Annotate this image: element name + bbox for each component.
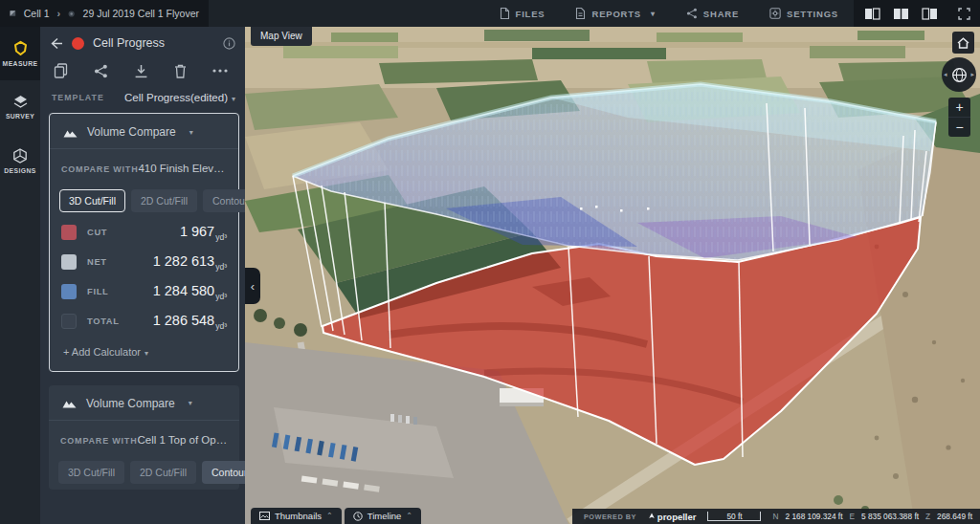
info-icon[interactable] [223, 37, 235, 50]
compare-with-select[interactable]: 410 Finish Elevation▾ [138, 163, 227, 174]
net-swatch [61, 254, 77, 270]
sites-icon[interactable] [10, 8, 16, 19]
layout-single-right-button[interactable] [915, 0, 944, 27]
chevron-right-icon: › [57, 8, 61, 19]
home-icon [957, 37, 969, 49]
reports-button[interactable]: REPORTS ▾ [560, 0, 670, 27]
template-value: Cell Progress(edited) [124, 92, 228, 103]
propeller-mark-icon [648, 513, 656, 520]
zoom-in-button[interactable]: + [948, 98, 970, 117]
compass-control[interactable]: ◂ ▸ [942, 57, 976, 92]
thumbnails-icon [259, 512, 270, 520]
template-select[interactable]: Cell Progress(edited)▾ [124, 92, 235, 103]
coord-e-label: E [849, 512, 855, 521]
tab-3d-cutfill[interactable]: 3D Cut/Fill [58, 461, 124, 484]
coord-n-value: 2 168 109.324 ft [785, 512, 842, 521]
compare-with-select[interactable]: Cell 1 Top of Operati...▾ [137, 434, 228, 446]
survey-dataset-icon [68, 8, 75, 20]
tab-contours[interactable]: Contours [202, 461, 245, 484]
coord-e-value: 5 835 063.388 ft [861, 512, 919, 521]
breadcrumb-dataset[interactable]: 29 Jul 2019 Cell 1 Flyover [83, 8, 199, 19]
back-arrow-icon[interactable] [50, 37, 63, 50]
chevron-down-icon: ▾ [651, 10, 656, 18]
compare-with-value: Cell 1 Top of Operati... [137, 434, 228, 446]
fill-swatch [61, 284, 77, 299]
volume-icon [63, 127, 78, 138]
powered-by-label: POWERED BY [584, 513, 636, 521]
chevron-down-icon: ▾ [189, 399, 192, 407]
net-value: 1 282 613yd³ [153, 253, 227, 272]
rail-item-measure[interactable]: MEASURE [0, 27, 40, 80]
card2-compare-row: COMPARE WITH Cell 1 Top of Operati...▾ [49, 421, 239, 449]
rail-item-designs[interactable]: DESIGNS [0, 134, 40, 187]
tab-3d-cutfill[interactable]: 3D Cut/Fill [59, 189, 125, 212]
files-label: FILES [516, 9, 546, 19]
globe-icon [951, 67, 968, 83]
zoom-out-button[interactable]: − [948, 117, 970, 137]
card2-title: Volume Compare [86, 397, 175, 410]
rail-label-measure: MEASURE [3, 60, 38, 67]
card1-title: Volume Compare [87, 125, 176, 139]
measurement-color-dot[interactable] [72, 37, 84, 50]
settings-button[interactable]: SETTINGS [754, 0, 854, 27]
timeline-tab[interactable]: Timeline ⌃ [345, 508, 421, 524]
template-row: TEMPLATE Cell Progress(edited)▾ [40, 88, 245, 113]
thumbnails-label: Thumbnails [275, 511, 322, 521]
rail-label-designs: DESIGNS [4, 167, 35, 174]
layout-split-button[interactable] [886, 0, 915, 27]
rail-item-survey[interactable]: SURVEY [0, 80, 40, 134]
fill-label: FILL [87, 287, 108, 296]
duplicate-button[interactable] [54, 63, 68, 78]
zoom-control: + − [948, 98, 970, 137]
timeline-label: Timeline [368, 511, 402, 521]
rotate-left-arrow[interactable]: ◂ [944, 71, 947, 78]
fill-value: 1 284 580yd³ [153, 283, 227, 301]
file-icon [500, 8, 510, 19]
map-attribution-bar: POWERED BY propeller 50 ft N2 168 109.32… [572, 509, 980, 524]
rotate-right-arrow[interactable]: ▸ [970, 71, 974, 78]
layout-single-left-button[interactable] [858, 0, 886, 27]
map-view-label: Map View [251, 27, 312, 46]
scale-value: 50 ft [726, 512, 742, 521]
files-button[interactable]: FILES [484, 0, 561, 27]
volume-compare-card-1: Volume Compare ▾ COMPARE WITH 410 Finish… [49, 113, 239, 372]
breadcrumb-site[interactable]: Cell 1 [24, 8, 50, 19]
coord-z-label: Z [925, 512, 930, 521]
map-viewport[interactable]: Map View ‹ ◂ ▸ + − [245, 27, 980, 524]
designs-cube-icon [12, 148, 28, 164]
share-measurement-button[interactable] [94, 64, 108, 78]
measurement-panel: Cell Progress TEMPLATE [40, 27, 245, 524]
compare-with-label: COMPARE WITH [61, 164, 138, 174]
bottom-drawers: Thumbnails ⌃ Timeline ⌃ [251, 508, 421, 524]
thumbnails-tab[interactable]: Thumbnails ⌃ [251, 508, 342, 524]
card1-title-row[interactable]: Volume Compare ▾ [50, 114, 238, 149]
total-value: 1 286 548yd³ [153, 313, 227, 331]
volume-icon [62, 398, 77, 408]
left-rail: MEASURE SURVEY DESIGNS [0, 27, 40, 524]
fullscreen-button[interactable] [947, 0, 980, 27]
card1-display-tabs: 3D Cut/Fill 2D Cut/Fill Contours [50, 178, 238, 218]
share-button[interactable]: SHARE [671, 0, 754, 27]
card1-compare-row: COMPARE WITH 410 Finish Elevation▾ [50, 149, 238, 178]
propeller-logo: propeller [648, 512, 697, 522]
home-view-button[interactable] [952, 32, 974, 54]
tab-2d-cutfill[interactable]: 2D Cut/Fill [131, 189, 197, 212]
more-options-button[interactable] [212, 69, 228, 73]
clock-icon [353, 512, 363, 521]
cut-label: CUT [87, 228, 107, 237]
volume-compare-card-2: Volume Compare ▾ COMPARE WITH Cell 1 Top… [49, 385, 239, 490]
panel-actions [40, 55, 245, 88]
cursor-coordinates: N2 168 109.324 ft E5 835 063.388 ft Z268… [772, 512, 972, 521]
coord-z-value: 268.649 ft [937, 512, 972, 521]
download-button[interactable] [134, 64, 148, 78]
delete-button[interactable] [174, 64, 187, 78]
compare-with-label: COMPARE WITH [60, 436, 137, 446]
card2-display-tabs: 3D Cut/Fill 2D Cut/Fill Contours [49, 449, 239, 490]
tab-2d-cutfill[interactable]: 2D Cut/Fill [130, 461, 196, 484]
panel-collapse-button[interactable]: ‹ [245, 268, 260, 304]
tab-contours[interactable]: Contours [203, 189, 245, 212]
breadcrumb: Cell 1 › 29 Jul 2019 Cell 1 Flyover [0, 0, 209, 27]
card2-title-row[interactable]: Volume Compare ▾ [49, 385, 239, 421]
add-calculator-button[interactable]: + Add Calculator▾ [50, 337, 238, 371]
map-3d-scene [245, 27, 980, 524]
